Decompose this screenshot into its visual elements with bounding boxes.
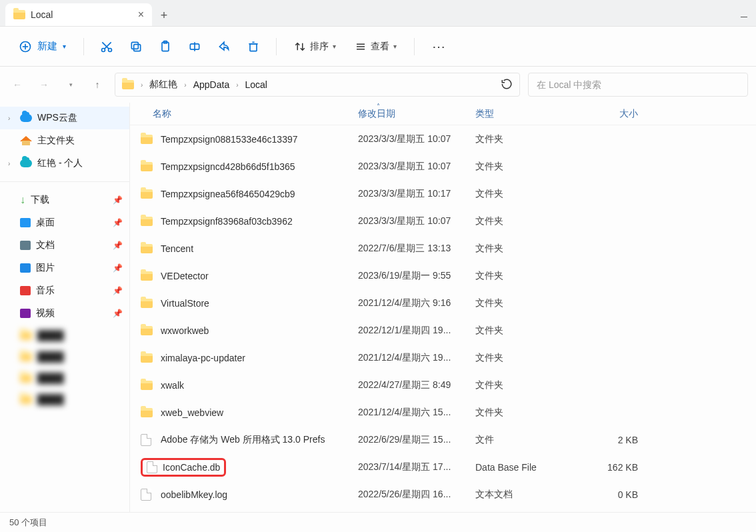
copy-button[interactable] bbox=[124, 35, 148, 59]
file-type: 文件夹 bbox=[475, 352, 578, 364]
close-icon[interactable]: × bbox=[138, 9, 144, 21]
sidebar-item-label: 视频 bbox=[36, 307, 55, 319]
file-date: 2023/3/3/星期五 10:07 bbox=[358, 215, 475, 227]
up-button[interactable]: ↑ bbox=[88, 75, 107, 94]
chevron-down-icon: ▾ bbox=[333, 43, 336, 50]
column-type[interactable]: 类型 bbox=[475, 108, 578, 120]
column-size[interactable]: 大小 bbox=[578, 108, 658, 120]
sidebar-item-pictures[interactable]: 图片 📌 bbox=[0, 257, 129, 279]
forward-button[interactable]: → bbox=[35, 75, 53, 94]
rename-button[interactable] bbox=[183, 35, 207, 59]
table-row[interactable]: Tempzxpsign0881533e46c133972023/3/3/星期五 … bbox=[130, 125, 756, 153]
table-row[interactable]: IconCache.db2023/7/14/星期五 17...Data Base… bbox=[130, 453, 756, 481]
cut-button[interactable] bbox=[95, 35, 119, 59]
file-type: 文件夹 bbox=[475, 188, 578, 200]
breadcrumb[interactable]: › 郝红艳 › AppData › Local bbox=[115, 73, 520, 97]
tab-local[interactable]: Local × bbox=[5, 3, 152, 26]
download-icon: ↓ bbox=[20, 194, 25, 206]
cloud-icon bbox=[20, 114, 32, 122]
table-row[interactable]: VirtualStore2021/12/4/星期六 9:16文件夹 bbox=[130, 289, 756, 317]
sidebar-item-blurred[interactable]: ████ bbox=[0, 367, 129, 389]
folder-icon bbox=[122, 80, 134, 89]
file-type: 文件夹 bbox=[475, 270, 578, 282]
table-row[interactable]: Adobe 存储为 Web 所用格式 13.0 Prefs2022/6/29/星… bbox=[130, 426, 756, 453]
sort-button[interactable]: 排序 ▾ bbox=[287, 37, 343, 57]
sidebar-item-label: 文档 bbox=[36, 239, 55, 251]
paste-button[interactable] bbox=[153, 35, 177, 59]
table-row[interactable]: Tempzxpsignf83968af03cb39622023/3/3/星期五 … bbox=[130, 207, 756, 235]
file-name: Tencent bbox=[157, 243, 358, 254]
sidebar-item-label: 音乐 bbox=[36, 285, 55, 297]
svg-rect-8 bbox=[131, 42, 138, 49]
tab-bar: Local × + ─ bbox=[0, 0, 756, 27]
file-date: 2023/3/3/星期五 10:07 bbox=[358, 133, 475, 145]
table-row[interactable]: Tempzxpsigncd428b66d5f1b3652023/3/3/星期五 … bbox=[130, 153, 756, 180]
sidebar-item-blurred[interactable]: ████ bbox=[0, 325, 129, 346]
recent-button[interactable]: ▾ bbox=[61, 75, 80, 94]
breadcrumb-item[interactable]: AppData bbox=[193, 79, 229, 90]
view-button[interactable]: 查看 ▾ bbox=[348, 37, 403, 57]
search-box[interactable] bbox=[528, 73, 748, 97]
sidebar-item-home[interactable]: 主文件夹 bbox=[0, 129, 129, 152]
back-button[interactable]: ← bbox=[8, 75, 27, 94]
sidebar-item-blurred[interactable]: ████ bbox=[0, 346, 129, 367]
sidebar-item-wps[interactable]: › WPS云盘 bbox=[0, 107, 129, 129]
minimize-button[interactable]: ─ bbox=[732, 7, 756, 26]
table-row[interactable]: wxworkweb2022/12/1/星期四 19...文件夹 bbox=[130, 317, 756, 344]
new-label: 新建 bbox=[37, 40, 57, 53]
file-name: Adobe 存储为 Web 所用格式 13.0 Prefs bbox=[157, 434, 358, 446]
table-row[interactable]: ximalaya-pc-updater2021/12/4/星期六 19...文件… bbox=[130, 344, 756, 371]
new-tab-button[interactable]: + bbox=[152, 5, 176, 26]
breadcrumb-item[interactable]: Local bbox=[245, 79, 267, 90]
sidebar-item-documents[interactable]: 文档 📌 bbox=[0, 234, 129, 257]
chevron-down-icon: ▾ bbox=[63, 43, 66, 50]
sidebar-item-music[interactable]: 音乐 📌 bbox=[0, 279, 129, 302]
folder-icon bbox=[141, 189, 153, 199]
folder-icon bbox=[141, 408, 153, 417]
sidebar-item-downloads[interactable]: ↓ 下载 📌 bbox=[0, 189, 129, 211]
column-name[interactable]: 名称 bbox=[141, 108, 358, 120]
file-date: 2022/7/6/星期三 13:13 bbox=[358, 243, 475, 255]
divider bbox=[276, 38, 277, 55]
file-name: ximalaya-pc-updater bbox=[157, 353, 358, 363]
search-input[interactable] bbox=[537, 79, 739, 90]
chevron-down-icon: ▾ bbox=[393, 43, 397, 50]
table-row[interactable]: VEDetector2023/6/19/星期一 9:55文件夹 bbox=[130, 262, 756, 289]
status-bar: 50 个项目 bbox=[0, 512, 756, 532]
folder-icon bbox=[141, 271, 153, 281]
column-date[interactable]: 修改日期 bbox=[358, 108, 475, 120]
table-row[interactable]: oobelibMkey.log2022/5/26/星期四 16...文本文档0 … bbox=[130, 481, 756, 508]
table-row[interactable]: xwalk2022/4/27/星期三 8:49文件夹 bbox=[130, 371, 756, 399]
more-button[interactable]: ⋯ bbox=[425, 39, 453, 55]
delete-button[interactable] bbox=[241, 35, 265, 59]
sidebar-item-label: 主文件夹 bbox=[37, 135, 75, 147]
divider bbox=[83, 38, 84, 55]
folder-icon bbox=[141, 244, 153, 253]
table-row[interactable]: Tencent2022/7/6/星期三 13:13文件夹 bbox=[130, 235, 756, 262]
breadcrumb-item[interactable]: 郝红艳 bbox=[149, 79, 177, 91]
column-header[interactable]: ˄ 名称 修改日期 类型 大小 bbox=[130, 103, 756, 125]
sidebar-item-blurred[interactable]: ████ bbox=[0, 389, 129, 410]
sidebar-item-label: 桌面 bbox=[36, 217, 55, 229]
file-date: 2023/7/14/星期五 17... bbox=[358, 461, 475, 473]
sidebar-item-label: 红艳 - 个人 bbox=[37, 157, 83, 169]
sidebar-item-videos[interactable]: 视频 📌 bbox=[0, 302, 129, 325]
chevron-right-icon: › bbox=[8, 160, 15, 167]
new-button[interactable]: 新建 ▾ bbox=[12, 36, 73, 57]
picture-icon bbox=[20, 263, 31, 273]
chevron-right-icon: › bbox=[141, 81, 143, 89]
file-name: xweb_webview bbox=[157, 407, 358, 418]
table-row[interactable]: Tempzxpsignea56f84650429cb92023/3/3/星期五 … bbox=[130, 180, 756, 207]
refresh-button[interactable] bbox=[501, 78, 513, 92]
share-button[interactable] bbox=[212, 35, 236, 59]
file-date: 2023/6/19/星期一 9:55 bbox=[358, 270, 475, 282]
toolbar: 新建 ▾ 排序 ▾ 查看 ▾ ⋯ bbox=[0, 27, 756, 67]
table-row[interactable]: xweb_webview2021/12/4/星期六 15...文件夹 bbox=[130, 399, 756, 426]
sidebar-item-desktop[interactable]: 桌面 📌 bbox=[0, 211, 129, 234]
sidebar-item-label: WPS云盘 bbox=[37, 112, 77, 124]
sidebar-item-personal[interactable]: › 红艳 - 个人 bbox=[0, 152, 129, 175]
file-type: 文件夹 bbox=[475, 379, 578, 391]
sidebar-item-label: 下载 bbox=[31, 194, 49, 206]
file-type: 文件夹 bbox=[475, 297, 578, 309]
document-icon bbox=[20, 241, 31, 250]
